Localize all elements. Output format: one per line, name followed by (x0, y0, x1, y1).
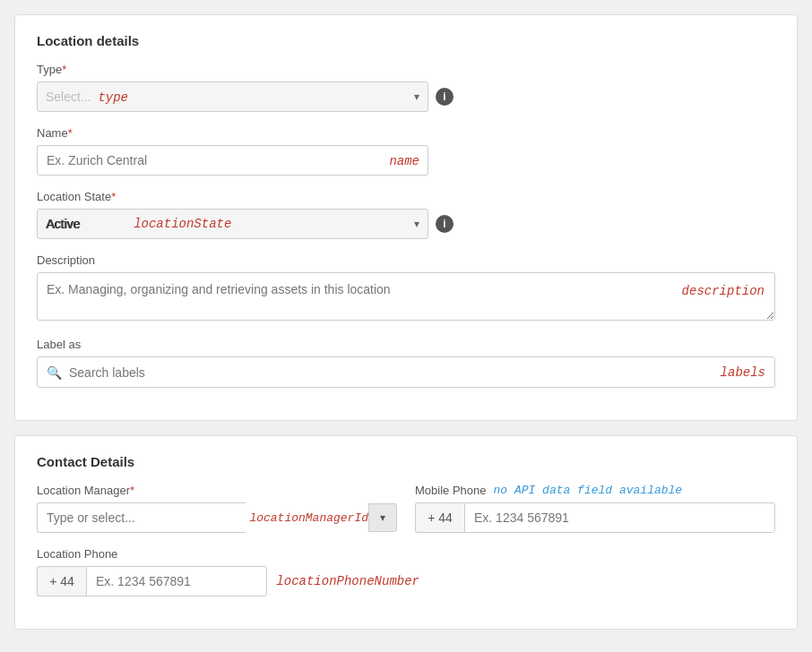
name-label: Name* (37, 126, 775, 140)
type-select[interactable] (37, 82, 428, 112)
location-phone-input[interactable] (86, 566, 267, 596)
description-form-group: Description description (37, 253, 775, 323)
location-state-select[interactable]: Active (37, 209, 428, 239)
type-select-wrapper: ▾ Select... type (37, 82, 428, 112)
location-details-card: Location details Type* ▾ Select... type … (14, 14, 798, 421)
mobile-label-row: Mobile Phone no API data field available (415, 484, 775, 497)
description-input-wrapper: description (37, 272, 775, 323)
location-phone-annotation: locationPhoneNumber (267, 566, 428, 596)
location-manager-label: Location Manager* (37, 484, 397, 497)
location-state-select-wrapper: Active ▾ Active locationState (37, 209, 428, 239)
type-label: Type* (37, 63, 775, 76)
name-input-wrapper: name (37, 145, 428, 176)
contact-top-row: Location Manager* locationManagerId ▾ Mo… (37, 484, 775, 547)
type-form-group: Type* ▾ Select... type i (37, 63, 775, 112)
label-as-label: Label as (37, 338, 775, 351)
contact-details-title: Contact Details (37, 454, 775, 469)
location-manager-form-group: Location Manager* locationManagerId ▾ (37, 484, 397, 533)
label-search-input[interactable] (69, 365, 713, 380)
label-search-wrapper: 🔍 labels (37, 356, 775, 388)
location-state-info-icon[interactable]: i (436, 215, 454, 233)
mobile-phone-input[interactable] (464, 502, 775, 533)
location-manager-dropdown-btn[interactable]: ▾ (368, 503, 397, 532)
label-as-form-group: Label as 🔍 labels (37, 338, 775, 388)
labels-annotation: labels (721, 365, 765, 380)
location-state-field-row: Active ▾ Active locationState i (37, 209, 775, 239)
contact-details-card: Contact Details Location Manager* locati… (14, 435, 798, 630)
location-phone-form-group: Location Phone + 44 locationPhoneNumber (37, 547, 775, 596)
location-state-form-group: Location State* Active ▾ Active location… (37, 190, 775, 239)
location-state-label: Location State* (37, 190, 775, 203)
name-required: * (68, 126, 73, 140)
location-manager-input-row: locationManagerId ▾ (37, 502, 397, 533)
search-icon: 🔍 (47, 365, 62, 380)
mobile-phone-col: Mobile Phone no API data field available… (415, 484, 775, 547)
description-label: Description (37, 253, 775, 267)
manager-annotation-inline: locationManagerId (246, 511, 368, 525)
mobile-api-annotation: no API data field available (494, 484, 683, 497)
mobile-phone-prefix: + 44 (415, 502, 464, 533)
type-required: * (62, 63, 66, 76)
location-manager-col: Location Manager* locationManagerId ▾ (37, 484, 397, 547)
location-phone-input-group: + 44 locationPhoneNumber (37, 566, 428, 596)
name-form-group: Name* name (37, 126, 775, 176)
mobile-phone-input-group: + 44 (415, 502, 775, 533)
location-details-title: Location details (37, 33, 775, 48)
location-phone-label: Location Phone (37, 547, 775, 561)
location-phone-prefix: + 44 (37, 566, 86, 596)
manager-required: * (130, 484, 134, 497)
mobile-phone-label: Mobile Phone (415, 484, 487, 497)
type-field-row: ▾ Select... type i (37, 82, 775, 112)
name-input[interactable] (37, 145, 428, 176)
mobile-phone-form-group: Mobile Phone no API data field available… (415, 484, 775, 533)
type-info-icon[interactable]: i (436, 88, 454, 106)
description-textarea[interactable] (37, 272, 775, 321)
location-manager-input[interactable] (37, 502, 246, 533)
location-state-required: * (111, 190, 116, 203)
